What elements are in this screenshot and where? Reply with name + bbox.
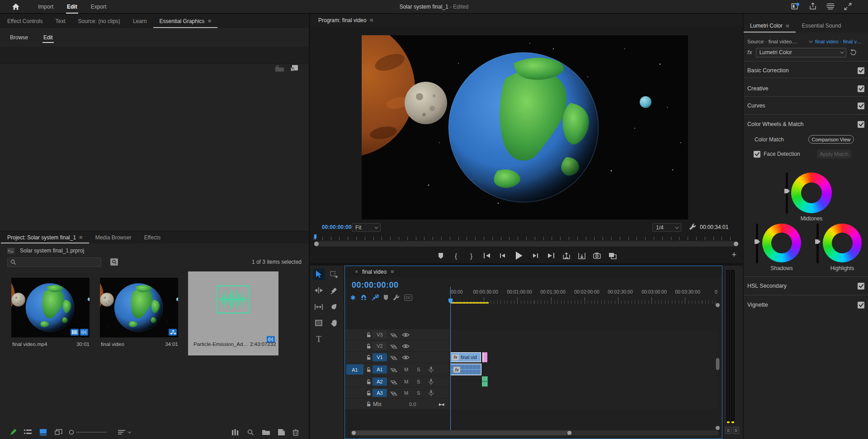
clip-final-vid[interactable]: fx final vid <box>450 352 481 362</box>
sync-lock-icon[interactable] <box>390 390 397 396</box>
solo-button[interactable]: S <box>417 367 420 372</box>
clip-thumbnail[interactable] <box>11 278 90 337</box>
section-enabled-checkbox[interactable] <box>858 67 864 74</box>
zoom-level-dropdown[interactable]: Fit <box>352 223 381 232</box>
track-lock-icon[interactable] <box>366 332 372 338</box>
work-area-bar[interactable] <box>450 302 489 304</box>
sync-lock-icon[interactable] <box>390 355 397 360</box>
section-basic-correction[interactable]: Basic Correction <box>747 65 864 76</box>
step-back-icon[interactable] <box>496 250 508 261</box>
mute-button[interactable]: M <box>404 390 408 396</box>
voiceover-mic-icon[interactable] <box>428 390 434 397</box>
add-marker-icon[interactable] <box>435 250 447 261</box>
project-root-icon[interactable] <box>7 248 14 254</box>
program-current-timecode[interactable]: 00:00:00:00 <box>322 224 351 230</box>
ripple-edit-tool[interactable] <box>313 285 325 296</box>
mark-in-icon[interactable]: { <box>450 250 462 261</box>
sync-lock-icon[interactable] <box>390 367 397 373</box>
mark-out-icon[interactable]: } <box>466 250 477 261</box>
clip-pink[interactable] <box>482 352 487 362</box>
program-playhead[interactable] <box>314 234 316 240</box>
new-item-button[interactable] <box>274 427 289 438</box>
solo-button[interactable]: S <box>417 390 420 396</box>
tab-text[interactable]: Text <box>49 14 71 28</box>
comparison-view-icon[interactable] <box>607 250 618 261</box>
find-button[interactable] <box>243 427 258 438</box>
icon-view-button[interactable] <box>35 427 51 438</box>
search-input[interactable] <box>7 257 101 267</box>
track-mix[interactable]: Mix 0.0 ▶◀ <box>345 399 722 410</box>
quick-export-icon[interactable] <box>791 3 800 10</box>
midtones-luma-slider[interactable] <box>786 173 788 214</box>
reset-effect-icon[interactable] <box>850 49 857 56</box>
step-forward-icon[interactable] <box>530 250 542 261</box>
keyframe-nav-icon[interactable]: ▶◀ <box>439 402 443 406</box>
snap-icon[interactable] <box>360 294 367 301</box>
chevron-down-icon[interactable] <box>809 39 812 42</box>
sort-button[interactable] <box>114 427 134 438</box>
comparison-view-button[interactable]: Comparison View <box>808 135 854 144</box>
slider-handle[interactable] <box>815 239 821 244</box>
tab-effect-controls[interactable]: Effect Controls <box>1 14 49 28</box>
go-to-in-icon[interactable] <box>481 250 493 261</box>
tab-media-browser[interactable]: Media Browser <box>89 231 138 243</box>
section-color-wheels-match[interactable]: Color Wheels & Match <box>747 118 864 130</box>
project-breadcrumb[interactable]: Solar system final_1.prproj <box>20 248 84 254</box>
track-output-eye-icon[interactable] <box>402 355 410 360</box>
close-icon[interactable]: × <box>355 269 358 275</box>
tab-program-monitor[interactable]: Program: final video ≡ <box>312 14 379 26</box>
panel-menu-icon[interactable]: ≡ <box>79 234 83 241</box>
voiceover-mic-icon[interactable] <box>428 366 434 373</box>
workspaces-icon[interactable] <box>826 3 835 10</box>
track-lock-icon[interactable] <box>366 343 372 349</box>
solo-left-button[interactable]: S <box>725 427 731 434</box>
track-lock-icon[interactable] <box>366 379 372 385</box>
source-patch-a1[interactable]: A1 <box>346 364 363 375</box>
go-to-out-icon[interactable] <box>545 250 557 261</box>
button-editor-plus[interactable]: + <box>731 250 736 260</box>
settings-wrench-icon[interactable] <box>689 224 696 231</box>
section-enabled-checkbox[interactable] <box>858 121 864 128</box>
pen-tool[interactable] <box>328 301 340 312</box>
section-hsl-secondary[interactable]: HSL Secondary <box>747 280 864 292</box>
vscroll-top-handle[interactable] <box>716 303 720 307</box>
panel-menu-icon[interactable]: ≡ <box>208 18 212 24</box>
sync-lock-icon[interactable] <box>390 332 397 338</box>
search-bin-icon[interactable] <box>110 258 118 266</box>
scrollbar-handle-right[interactable] <box>734 242 738 246</box>
lift-icon[interactable] <box>561 250 572 261</box>
extract-icon[interactable] <box>576 250 588 261</box>
track-lock-icon[interactable] <box>366 367 372 373</box>
tab-lumetri-color[interactable]: Lumetri Color ≡ <box>744 19 796 33</box>
track-a3[interactable]: A3 M S <box>345 388 722 399</box>
new-layer-folder-icon[interactable] <box>275 65 284 72</box>
scrollbar-handle-left[interactable] <box>314 242 319 246</box>
track-target-v1[interactable]: V1 <box>373 353 387 361</box>
highlights-luma-slider[interactable] <box>816 224 819 263</box>
tab-effects[interactable]: Effects <box>138 231 167 243</box>
section-vignette[interactable]: Vignette <box>747 299 864 311</box>
track-target-v2[interactable]: V2 <box>373 342 387 350</box>
face-detection-checkbox[interactable] <box>754 151 760 158</box>
tab-learn[interactable]: Learn <box>127 14 153 28</box>
track-lock-icon[interactable] <box>366 355 372 360</box>
tab-essential-graphics[interactable]: Essential Graphics ≡ <box>153 14 218 28</box>
linked-selection-icon[interactable] <box>372 294 379 301</box>
apply-match-button[interactable]: Apply Match <box>817 149 851 159</box>
slider-handle[interactable] <box>755 239 760 244</box>
slider-handle[interactable] <box>784 189 790 193</box>
track-output-eye-icon[interactable] <box>402 332 410 337</box>
shadows-wheel[interactable] <box>762 224 801 262</box>
playback-resolution-dropdown[interactable]: 1/4 <box>652 223 681 232</box>
panel-menu-icon[interactable]: ≡ <box>391 268 394 275</box>
panel-menu-icon[interactable]: ≡ <box>786 23 789 29</box>
zoom-slider[interactable] <box>69 427 108 438</box>
midtones-wheel[interactable] <box>791 173 832 213</box>
new-layer-icon[interactable] <box>291 65 298 72</box>
new-bin-button[interactable] <box>258 427 274 438</box>
section-enabled-checkbox[interactable] <box>858 283 864 290</box>
track-output-eye-icon[interactable] <box>402 344 410 349</box>
section-enabled-checkbox[interactable] <box>858 103 864 109</box>
slip-tool[interactable] <box>313 301 325 312</box>
timeline-marker-icon[interactable] <box>383 295 388 300</box>
